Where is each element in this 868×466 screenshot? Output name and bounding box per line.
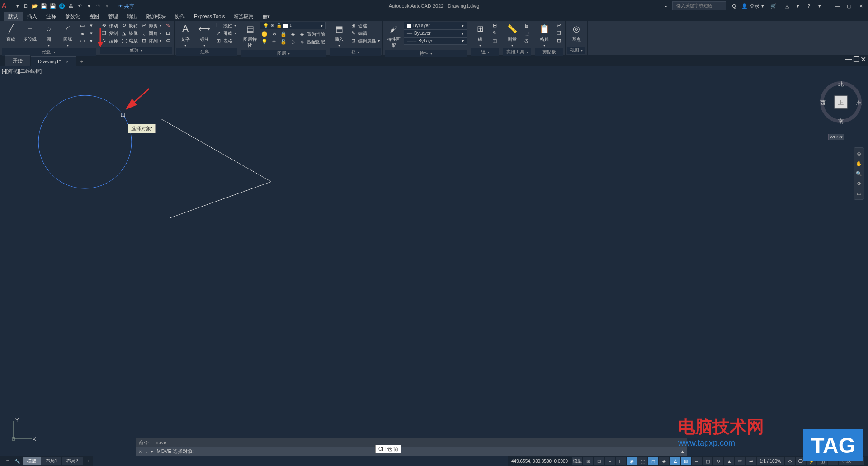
close-button[interactable]: ✕ bbox=[855, 1, 866, 10]
command-line[interactable]: 命令: _move 选择对象: 找到 1 个 × ⌄ ▸ MOVE 选择对象: … bbox=[136, 438, 687, 456]
block-insert-button[interactable]: ⬒插入▾ bbox=[330, 22, 348, 48]
layer-off-icon[interactable]: 🟡 bbox=[260, 30, 269, 38]
linetype-dropdown[interactable]: ───ByLayer▾ bbox=[404, 37, 467, 45]
measure-button[interactable]: 📏测量▾ bbox=[503, 22, 521, 48]
annoviz-icon[interactable]: 👁 bbox=[735, 457, 745, 465]
doc-minimize-button[interactable]: — bbox=[845, 55, 852, 64]
doc-restore-button[interactable]: ❐ bbox=[853, 55, 859, 64]
tab-drawing1[interactable]: Drawing1* × bbox=[31, 56, 76, 66]
polyline-button[interactable]: ⌐多段线 bbox=[21, 22, 39, 43]
open-icon[interactable]: 📂 bbox=[31, 2, 39, 10]
trim-button[interactable]: ✂修剪▾ bbox=[140, 22, 162, 29]
layer-thaw-icon[interactable]: ☀ bbox=[269, 38, 278, 46]
leader-button[interactable]: ↗引线▾ bbox=[214, 29, 237, 37]
group-edit-icon[interactable]: ✎ bbox=[490, 29, 499, 37]
calc-icon[interactable]: 🖩 bbox=[522, 22, 531, 29]
search-input[interactable]: 键入关键字或短语 bbox=[672, 1, 726, 10]
tab-parametric[interactable]: 参数化 bbox=[61, 12, 85, 21]
layer-props-button[interactable]: ▤图层特性 bbox=[241, 22, 259, 50]
tab-view[interactable]: 视图 bbox=[85, 12, 104, 21]
grid-icon[interactable]: ⊞ bbox=[583, 457, 593, 465]
line-object-2[interactable] bbox=[170, 182, 271, 218]
basepoint-button[interactable]: ◎基点 bbox=[567, 22, 585, 43]
otrack-icon[interactable]: ∠ bbox=[670, 457, 680, 465]
tab-extra-icon[interactable]: ▦▾ bbox=[258, 13, 274, 20]
ucs-icon[interactable]: Y X bbox=[9, 416, 36, 443]
web-icon[interactable]: 🌐 bbox=[58, 2, 66, 10]
share-button[interactable]: ✈ 共享 bbox=[118, 3, 134, 9]
polar-icon[interactable]: ◉ bbox=[627, 457, 637, 465]
tab-insert[interactable]: 插入 bbox=[23, 12, 42, 21]
point-icon[interactable]: ◎ bbox=[522, 37, 531, 45]
arc-button[interactable]: ◜圆弧▾ bbox=[59, 22, 77, 48]
cart-icon[interactable]: 🛒 bbox=[769, 2, 778, 10]
redo-arrow[interactable]: ▾ bbox=[103, 2, 111, 10]
ellipse-icon[interactable]: ⬭ bbox=[78, 37, 87, 45]
save-icon[interactable]: 💾 bbox=[40, 2, 48, 10]
match-layer-button[interactable]: ◈匹配图层 bbox=[298, 38, 326, 46]
group-button[interactable]: ⊞组▾ bbox=[471, 22, 489, 48]
qat-menu-arrow[interactable]: ▾ bbox=[14, 2, 22, 10]
add-layout-button[interactable]: + bbox=[83, 459, 93, 464]
lineweight-icon[interactable]: ═ bbox=[692, 457, 702, 465]
tab-layout1[interactable]: 布局1 bbox=[41, 457, 62, 465]
dyn-input-icon[interactable]: ⊞ bbox=[681, 457, 691, 465]
nav-wheel-icon[interactable]: ◎ bbox=[855, 150, 863, 158]
select-icon[interactable]: ⬚ bbox=[522, 29, 531, 37]
autoscale-icon[interactable]: ⇄ bbox=[746, 457, 756, 465]
autodesk-icon[interactable]: ◬ bbox=[783, 2, 791, 10]
nav-showmotion-icon[interactable]: ▭ bbox=[855, 189, 863, 198]
block-create-button[interactable]: ⊞创建 bbox=[349, 22, 381, 29]
paste-button[interactable]: 📋粘贴▾ bbox=[535, 22, 553, 48]
layer-unlock-icon[interactable]: 🔓 bbox=[279, 38, 288, 46]
layer-uniso-icon[interactable]: ◇ bbox=[288, 38, 297, 46]
plot-icon[interactable]: 🖶 bbox=[67, 2, 75, 10]
3dosnap-icon[interactable]: ◈ bbox=[659, 457, 669, 465]
nav-pan-icon[interactable]: ✋ bbox=[855, 160, 863, 168]
line-object-1[interactable] bbox=[161, 119, 271, 182]
tab-featured[interactable]: 精选应用 bbox=[229, 12, 258, 21]
cut-icon[interactable]: ✂ bbox=[554, 22, 563, 29]
osnap-icon[interactable]: ◻ bbox=[648, 457, 658, 465]
coordinates[interactable]: 449.6554, 930.8500, 0.0000 bbox=[508, 459, 571, 464]
hatch-icon[interactable]: ◙ bbox=[78, 29, 87, 37]
undo-arrow[interactable]: ▾ bbox=[85, 2, 93, 10]
new-icon[interactable]: 🗋 bbox=[22, 2, 30, 10]
copy-clip-icon[interactable]: ❐ bbox=[554, 29, 563, 37]
explode-icon[interactable]: ⊡ bbox=[163, 29, 172, 37]
text-button[interactable]: A文字▾ bbox=[176, 22, 194, 48]
help-icon[interactable]: ? bbox=[805, 2, 813, 10]
tab-start[interactable]: 开始 bbox=[5, 55, 30, 66]
nav-zoom-icon[interactable]: 🔍 bbox=[855, 169, 863, 178]
tab-addins[interactable]: 附加模块 bbox=[142, 12, 170, 21]
wcs-label[interactable]: WCS ▾ bbox=[828, 134, 844, 140]
tab-layout2[interactable]: 布局2 bbox=[62, 457, 83, 465]
table-button[interactable]: ⊞表格 bbox=[214, 37, 237, 45]
linear-button[interactable]: ⊢线性▾ bbox=[214, 22, 237, 29]
tab-default[interactable]: 默认 bbox=[4, 12, 23, 21]
layer-dropdown[interactable]: 💡☀🔓0▾ bbox=[260, 22, 326, 29]
ungroup-icon[interactable]: ⊟ bbox=[490, 22, 499, 29]
copybase-icon[interactable]: ⊞ bbox=[554, 37, 563, 45]
search-arrow[interactable]: ▸ bbox=[665, 4, 667, 9]
infer-icon[interactable]: ▾ bbox=[605, 457, 615, 465]
drawing-canvas[interactable] bbox=[0, 66, 868, 447]
color-dropdown[interactable]: ByLayer▾ bbox=[404, 22, 467, 29]
block-attr-button[interactable]: ⊡编辑属性▾ bbox=[349, 37, 381, 45]
cmd-expand-icon[interactable]: ▴ bbox=[681, 448, 684, 454]
group-select-icon[interactable]: ◫ bbox=[490, 37, 499, 45]
minimize-button[interactable]: — bbox=[832, 1, 843, 10]
cycling-icon[interactable]: ↻ bbox=[713, 457, 723, 465]
saveas-icon[interactable]: 💾 bbox=[49, 2, 57, 10]
ortho-icon[interactable]: ⊢ bbox=[616, 457, 626, 465]
close-tab-icon[interactable]: × bbox=[66, 59, 69, 64]
status-model-button[interactable]: 模型 bbox=[572, 457, 582, 465]
move-button[interactable]: ✥移动 bbox=[100, 22, 119, 29]
layout-tools-icon[interactable]: 🔧 bbox=[12, 459, 23, 464]
snap-icon[interactable]: ⊡ bbox=[594, 457, 604, 465]
nav-orbit-icon[interactable]: ⟳ bbox=[855, 179, 863, 188]
layer-on-icon[interactable]: 💡 bbox=[260, 38, 269, 46]
fillet-button[interactable]: ◟圆角▾ bbox=[140, 29, 162, 37]
scale-display[interactable]: 1:1 / 100% bbox=[757, 457, 784, 465]
maximize-button[interactable]: ▢ bbox=[844, 1, 854, 10]
